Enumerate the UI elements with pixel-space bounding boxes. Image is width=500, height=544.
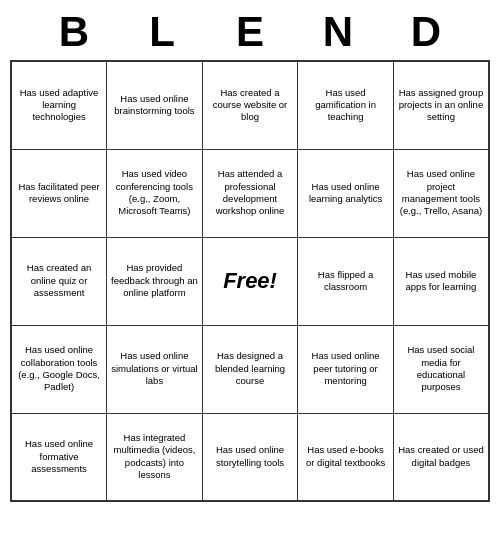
bingo-cell-2-3[interactable]: Has flipped a classroom [298, 237, 394, 325]
bingo-cell-4-3[interactable]: Has used e-books or digital textbooks [298, 413, 394, 501]
bingo-cell-2-1[interactable]: Has provided feedback through an online … [107, 237, 203, 325]
bingo-cell-4-1[interactable]: Has integrated multimedia (videos, podca… [107, 413, 203, 501]
bingo-cell-2-0[interactable]: Has created an online quiz or assessment [11, 237, 107, 325]
bingo-cell-3-4[interactable]: Has used social media for educational pu… [393, 325, 489, 413]
bingo-cell-1-0[interactable]: Has facilitated peer reviews online [11, 149, 107, 237]
bingo-cell-1-4[interactable]: Has used online project management tools… [393, 149, 489, 237]
bingo-cell-1-3[interactable]: Has used online learning analytics [298, 149, 394, 237]
bingo-cell-0-1[interactable]: Has used online brainstorming tools [107, 61, 203, 149]
bingo-cell-4-4[interactable]: Has created or used digital badges [393, 413, 489, 501]
bingo-cell-3-1[interactable]: Has used online simulations or virtual l… [107, 325, 203, 413]
bingo-cell-0-2[interactable]: Has created a course website or blog [202, 61, 298, 149]
bingo-cell-3-3[interactable]: Has used online peer tutoring or mentori… [298, 325, 394, 413]
bingo-cell-0-0[interactable]: Has used adaptive learning technologies [11, 61, 107, 149]
bingo-cell-2-2[interactable]: Free! [202, 237, 298, 325]
bingo-cell-1-2[interactable]: Has attended a professional development … [202, 149, 298, 237]
header-letter-b: B [30, 8, 118, 56]
bingo-cell-0-4[interactable]: Has assigned group projects in an online… [393, 61, 489, 149]
header-letter-d: D [382, 8, 470, 56]
header-letter-e: E [206, 8, 294, 56]
bingo-header: B L E N D [0, 0, 500, 60]
bingo-cell-3-2[interactable]: Has designed a blended learning course [202, 325, 298, 413]
bingo-grid: Has used adaptive learning technologiesH… [10, 60, 490, 502]
bingo-cell-1-1[interactable]: Has used video conferencing tools (e.g.,… [107, 149, 203, 237]
bingo-cell-3-0[interactable]: Has used online collaboration tools (e.g… [11, 325, 107, 413]
header-letter-l: L [118, 8, 206, 56]
bingo-cell-0-3[interactable]: Has used gamification in teaching [298, 61, 394, 149]
bingo-cell-4-2[interactable]: Has used online storytelling tools [202, 413, 298, 501]
header-letter-n: N [294, 8, 382, 56]
bingo-cell-4-0[interactable]: Has used online formative assessments [11, 413, 107, 501]
bingo-cell-2-4[interactable]: Has used mobile apps for learning [393, 237, 489, 325]
